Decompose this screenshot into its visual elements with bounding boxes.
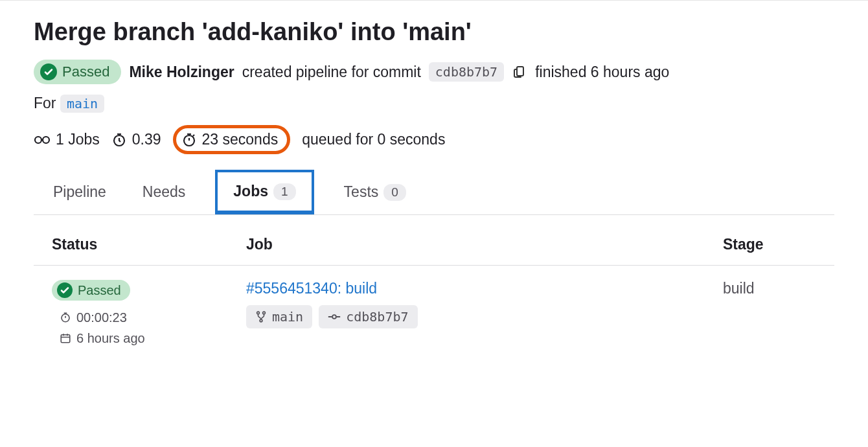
th-stage: Stage: [705, 224, 834, 266]
tabs: Pipeline Needs Jobs 1 Tests 0: [34, 170, 834, 215]
svg-point-9: [260, 320, 262, 323]
job-link[interactable]: #5556451340: build: [246, 280, 377, 297]
svg-point-1: [35, 137, 41, 143]
check-icon: [40, 63, 57, 80]
jobs-count-stat: 1 Jobs: [34, 131, 100, 148]
page-title: Merge branch 'add-kaniko' into 'main': [34, 16, 834, 48]
svg-point-10: [332, 315, 336, 319]
tab-pipeline[interactable]: Pipeline: [47, 170, 113, 214]
commit-sha[interactable]: cdb8b7b7: [429, 62, 504, 82]
jobs-table: Status Job Stage Passed: [34, 224, 834, 355]
copy-icon[interactable]: [512, 64, 527, 80]
stats-row: 1 Jobs 0.39 23 seconds queued for 0 seco…: [34, 125, 834, 154]
row-status-badge: Passed: [52, 280, 130, 301]
row-time-info: 00:00:23 6 hours ago: [52, 307, 210, 349]
th-status: Status: [34, 224, 228, 266]
check-icon: [57, 282, 73, 298]
author-name[interactable]: Mike Holzinger: [129, 63, 234, 81]
svg-point-8: [263, 312, 266, 315]
ref-badge[interactable]: main: [60, 95, 104, 113]
for-row: For main: [34, 95, 834, 112]
sha-chip[interactable]: cdb8b7b7: [319, 305, 417, 328]
job-meta: main cdb8b7b7: [246, 305, 687, 328]
svg-rect-0: [517, 67, 523, 76]
clock-icon: [111, 132, 127, 148]
queued-stat: queued for 0 seconds: [302, 131, 445, 148]
tab-jobs-count: 1: [273, 183, 296, 200]
svg-point-7: [257, 312, 260, 315]
calendar-icon: [60, 332, 71, 344]
stopwatch-icon: [181, 132, 197, 148]
status-badge: Passed: [34, 60, 121, 84]
stopwatch-icon: [60, 312, 71, 323]
finished-text: finished 6 hours ago: [535, 63, 669, 81]
ref-chip[interactable]: main: [246, 305, 312, 328]
status-label: Passed: [62, 63, 109, 80]
commit-icon: [328, 313, 341, 321]
stage-cell: build: [705, 266, 834, 356]
tab-needs[interactable]: Needs: [136, 170, 192, 214]
duration-stat: 23 seconds: [173, 125, 291, 154]
tab-tests[interactable]: Tests 0: [337, 170, 413, 214]
pipeline-meta: Passed Mike Holzinger created pipeline f…: [34, 60, 834, 84]
for-label: For: [34, 95, 56, 111]
svg-rect-6: [61, 335, 70, 343]
branch-icon: [255, 311, 267, 323]
tab-jobs[interactable]: Jobs 1: [215, 170, 314, 214]
svg-point-2: [43, 137, 49, 143]
created-text: created pipeline for commit: [242, 63, 421, 81]
link-icon: [34, 133, 51, 146]
tab-tests-count: 0: [383, 184, 406, 201]
th-job: Job: [228, 224, 705, 266]
table-row: Passed 00:00:23 6: [34, 266, 834, 356]
score-stat: 0.39: [111, 131, 161, 148]
